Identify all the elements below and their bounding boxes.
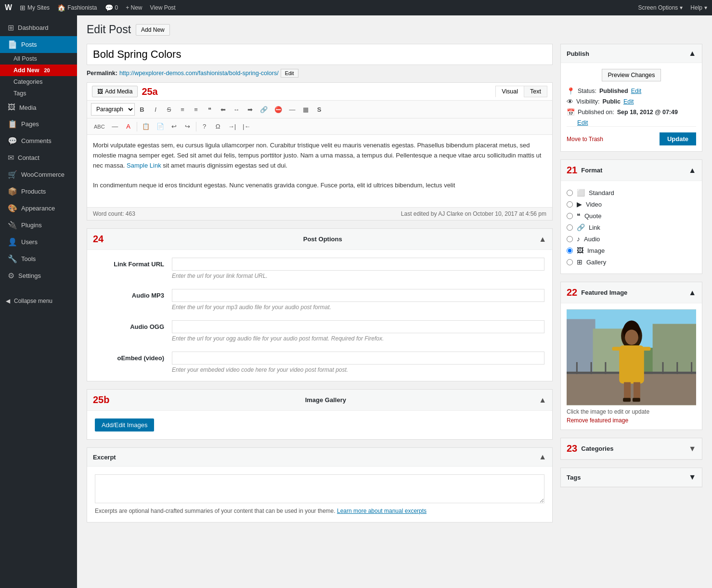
indent-button[interactable]: →| <box>225 121 239 132</box>
sidebar-item-contact[interactable]: ✉ Contact <box>0 149 77 166</box>
sample-link[interactable]: Sample Link <box>127 162 161 169</box>
paragraph-select[interactable]: Paragraph Heading 1 Heading 2 Heading 3 <box>91 103 135 116</box>
add-new-button[interactable]: Add New <box>136 24 170 36</box>
sidebar-item-comments[interactable]: 💬 Comments <box>0 132 77 149</box>
strikethrough-button[interactable]: S <box>163 104 175 115</box>
sidebar-item-dashboard[interactable]: ⊞ Dashboard <box>0 19 77 36</box>
format-radio-standard[interactable] <box>567 190 573 196</box>
format-option-link[interactable]: 🔗 Link <box>567 222 696 233</box>
published-edit-link[interactable]: Edit <box>577 119 588 126</box>
sidebar-item-users[interactable]: 👤 Users <box>0 234 77 250</box>
format-option-image[interactable]: 🖼 Image <box>567 245 696 256</box>
comments-menu[interactable]: 💬 0 <box>105 4 118 12</box>
publish-header[interactable]: Publish ▲ <box>561 44 702 63</box>
special-char-button[interactable]: Ω <box>212 121 224 132</box>
help-toolbar-button[interactable]: ? <box>198 121 211 132</box>
collapse-menu-btn[interactable]: ◀ Collapse menu <box>0 294 77 308</box>
add-media-button[interactable]: 🖼 Add Media <box>92 86 138 97</box>
format-radio-image[interactable] <box>567 248 573 254</box>
featured-image-header[interactable]: 22 Featured Image ▲ <box>561 282 702 303</box>
align-right-button[interactable]: ➡ <box>244 104 256 115</box>
screen-options-btn[interactable]: Screen Options ▾ <box>638 4 683 11</box>
format2-btn2[interactable]: — <box>109 121 121 132</box>
featured-image[interactable] <box>567 309 696 405</box>
status-edit-link[interactable]: Edit <box>631 88 642 94</box>
format-radio-link[interactable] <box>567 224 573 231</box>
visibility-edit-link[interactable]: Edit <box>623 98 634 105</box>
image-gallery-header[interactable]: 25b Image Gallery ▲ <box>87 390 552 411</box>
text-color-button[interactable]: A <box>122 121 135 132</box>
align-center-button[interactable]: ↔ <box>230 104 243 115</box>
sidebar-item-posts[interactable]: 📄 Posts <box>0 36 77 53</box>
format-option-quote[interactable]: ❝ Quote <box>567 210 696 222</box>
paste-word-button[interactable]: 📄 <box>154 121 167 132</box>
sidebar-item-plugins[interactable]: 🔌 Plugins <box>0 217 77 234</box>
insert-read-more-button[interactable]: — <box>286 104 298 115</box>
toolbar-toggle-button[interactable]: ▦ <box>299 104 312 115</box>
undo-button[interactable]: ↩ <box>168 121 181 132</box>
editor-content[interactable]: Morbi vulputate egestas sem, eu cursus l… <box>87 135 552 207</box>
format-gallery-label[interactable]: Gallery <box>586 259 606 266</box>
submenu-categories[interactable]: Categories <box>0 76 77 88</box>
align-left-button[interactable]: ⬅ <box>217 104 229 115</box>
sidebar-item-media[interactable]: 🖼 Media <box>0 99 77 116</box>
sidebar-item-products[interactable]: 📦 Products <box>0 183 77 200</box>
audio-mp3-input[interactable] <box>172 289 544 302</box>
excerpt-textarea[interactable] <box>95 474 544 503</box>
paste-text-button[interactable]: 📋 <box>139 121 153 132</box>
format-option-video[interactable]: ▶ Video <box>567 198 696 210</box>
format-option-audio[interactable]: ♪ Audio <box>567 233 696 245</box>
submenu-tags[interactable]: Tags <box>0 88 77 99</box>
italic-button[interactable]: I <box>149 104 162 115</box>
audio-ogg-input[interactable] <box>172 320 544 333</box>
move-to-trash-link[interactable]: Move to Trash <box>567 136 603 143</box>
sidebar-item-tools[interactable]: 🔧 Tools <box>0 250 77 267</box>
tags-header[interactable]: Tags ▼ <box>561 468 702 487</box>
add-edit-images-button[interactable]: Add/Edit Images <box>95 418 154 431</box>
format-radio-video[interactable] <box>567 201 573 208</box>
format-image-label[interactable]: Image <box>587 247 605 254</box>
wp-logo[interactable]: W <box>5 3 12 12</box>
remove-featured-image-link[interactable]: Remove featured image <box>567 417 696 424</box>
submenu-all-posts[interactable]: All Posts <box>0 53 77 65</box>
format-button[interactable]: S <box>313 104 325 115</box>
format-header[interactable]: 21 Format ▲ <box>561 160 702 181</box>
format2-btn1[interactable]: ABC <box>91 122 108 131</box>
redo-button[interactable]: ↪ <box>181 121 194 132</box>
preview-changes-button[interactable]: Preview Changes <box>602 69 661 81</box>
post-title-input[interactable] <box>87 44 553 65</box>
format-option-standard[interactable]: ⬜ Standard <box>567 187 696 198</box>
format-video-label[interactable]: Video <box>586 201 602 208</box>
view-post-link[interactable]: View Post <box>150 4 176 11</box>
post-options-header[interactable]: 24 Post Options ▲ <box>87 229 552 250</box>
blockquote-button[interactable]: ❝ <box>203 104 216 115</box>
my-sites-menu[interactable]: ⊞ My Sites <box>20 4 50 12</box>
tab-text[interactable]: Text <box>524 86 547 97</box>
update-button[interactable]: Update <box>660 132 696 145</box>
format-radio-audio[interactable] <box>567 236 573 242</box>
submenu-add-new[interactable]: Add New 20 <box>0 65 77 76</box>
link-format-input[interactable] <box>172 258 544 271</box>
format-radio-gallery[interactable] <box>567 259 573 265</box>
ol-button[interactable]: ≡ <box>190 104 202 115</box>
excerpt-learn-more-link[interactable]: Learn more about manual excerpts <box>337 508 427 514</box>
site-name-menu[interactable]: 🏠 Fashionista <box>57 4 97 12</box>
format-radio-quote[interactable] <box>567 213 573 219</box>
categories-header[interactable]: 23 Categories ▼ <box>561 438 702 459</box>
format-link-label[interactable]: Link <box>589 224 600 231</box>
remove-link-button[interactable]: ⛔ <box>272 104 285 115</box>
excerpt-header[interactable]: Excerpt ▲ <box>87 448 552 467</box>
help-btn[interactable]: Help ▾ <box>690 4 707 11</box>
bold-button[interactable]: B <box>136 104 148 115</box>
ul-button[interactable]: ≡ <box>176 104 189 115</box>
tab-visual[interactable]: Visual <box>495 86 524 97</box>
format-audio-label[interactable]: Audio <box>584 235 600 243</box>
format-option-gallery[interactable]: ⊞ Gallery <box>567 256 696 268</box>
format-quote-label[interactable]: Quote <box>584 212 601 220</box>
sidebar-item-appearance[interactable]: 🎨 Appearance <box>0 200 77 217</box>
insert-link-button[interactable]: 🔗 <box>257 104 271 115</box>
sidebar-item-pages[interactable]: 📋 Pages <box>0 116 77 132</box>
sidebar-item-settings[interactable]: ⚙ Settings <box>0 267 77 284</box>
format-standard-label[interactable]: Standard <box>589 189 614 196</box>
new-content-menu[interactable]: + New <box>126 4 142 11</box>
